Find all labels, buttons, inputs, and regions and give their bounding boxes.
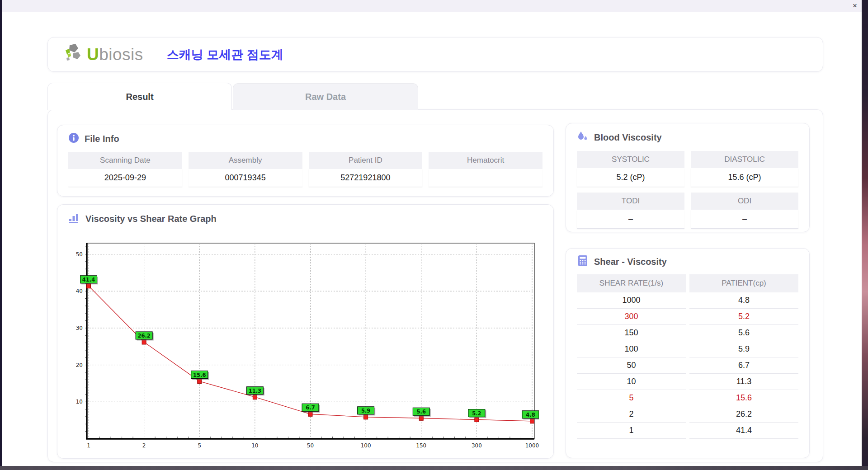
blood-viscosity-card: Blood Viscosity SYSTOLIC5.2 (cP)DIASTOLI…	[566, 123, 810, 232]
svg-text:6.7: 6.7	[306, 404, 315, 411]
bv-field: SYSTOLIC5.2 (cP)	[577, 151, 684, 187]
field-value: –	[691, 210, 798, 229]
cell-patient: 5.2	[689, 309, 798, 325]
svg-text:1: 1	[87, 442, 90, 449]
shear-viscosity-title: Shear - Viscosity	[594, 257, 667, 267]
svg-text:50: 50	[76, 251, 83, 258]
bv-field: ODI–	[691, 193, 798, 229]
cell-shear-rate: 5	[577, 390, 686, 406]
logo-text: Ubiosis	[87, 45, 143, 64]
cell-patient: 4.8	[689, 292, 798, 309]
graph-card: Viscosity vs Shear Rate Graph 1020304050…	[57, 204, 554, 459]
bv-group: SYSTOLIC5.2 (cP)DIASTOLIC15.6 (cP)	[577, 151, 798, 187]
blood-viscosity-title: Blood Viscosity	[594, 132, 662, 143]
cell-patient: 41.4	[689, 423, 798, 439]
column-shear-rate: SHEAR RATE(1/s)	[577, 274, 686, 292]
droplet-icon	[577, 131, 589, 145]
table-row: 506.7	[577, 357, 798, 374]
svg-text:15.6: 15.6	[193, 372, 206, 378]
file-info-fields: Scanning Date2025-09-29Assembly000719345…	[68, 152, 542, 187]
field-label: SYSTOLIC	[577, 151, 684, 168]
field-label: Hematocrit	[429, 152, 542, 169]
table-row: 10004.8	[577, 292, 798, 309]
field-value: 000719345	[189, 169, 302, 187]
svg-text:20: 20	[76, 362, 83, 368]
info-icon	[68, 132, 79, 146]
header-card: Ubiosis 스캐닝 모세관 점도계	[47, 37, 823, 72]
file-info-field: Assembly000719345	[189, 152, 302, 187]
cell-patient: 5.6	[689, 325, 798, 341]
svg-text:300: 300	[472, 442, 482, 449]
shear-table: SHEAR RATE(1/s) PATIENT(cp) 10004.83005.…	[577, 274, 798, 439]
bar-chart-icon	[68, 212, 80, 226]
table-row: 515.6	[577, 390, 798, 406]
svg-text:41.4: 41.4	[82, 277, 95, 283]
svg-text:4.8: 4.8	[526, 412, 535, 418]
window-bottom-border	[0, 466, 868, 470]
column-patient: PATIENT(cp)	[689, 274, 798, 292]
field-label: Assembly	[189, 152, 302, 169]
cell-shear-rate: 1000	[577, 292, 686, 309]
cell-shear-rate: 2	[577, 406, 686, 423]
svg-text:5.2: 5.2	[472, 410, 481, 417]
shear-viscosity-card: Shear - Viscosity SHEAR RATE(1/s) PATIEN…	[566, 248, 810, 458]
svg-text:150: 150	[416, 442, 426, 449]
calculator-icon	[577, 255, 589, 269]
tab-raw-data[interactable]: Raw Data	[233, 83, 418, 110]
bv-field: TODI–	[577, 193, 684, 229]
svg-text:1000: 1000	[525, 442, 539, 449]
field-value: –	[577, 210, 684, 229]
field-label: Scanning Date	[68, 152, 182, 169]
svg-text:10: 10	[76, 399, 83, 405]
table-row: 226.2	[577, 406, 798, 423]
cell-shear-rate: 300	[577, 309, 686, 325]
cell-shear-rate: 1	[577, 423, 686, 439]
shear-table-body: 10004.83005.21505.61005.9506.71011.3515.…	[577, 292, 798, 439]
bv-field: DIASTOLIC15.6 (cP)	[691, 151, 798, 187]
table-row: 1011.3	[577, 374, 798, 390]
cell-patient: 11.3	[689, 374, 798, 390]
cell-shear-rate: 50	[577, 357, 686, 374]
cell-shear-rate: 100	[577, 341, 686, 357]
svg-text:10: 10	[251, 442, 258, 449]
cell-patient: 5.9	[689, 341, 798, 357]
field-label: TODI	[577, 193, 684, 210]
app-window: × Ubiosis 스캐닝 모세관 점도계 Result Raw Data	[2, 0, 862, 466]
field-value: 15.6 (cP)	[691, 168, 798, 187]
file-info-title: File Info	[85, 134, 119, 144]
graph-title: Viscosity vs Shear Rate Graph	[85, 214, 217, 224]
svg-text:40: 40	[76, 288, 83, 294]
window-titlebar: ×	[2, 0, 862, 12]
close-button[interactable]: ×	[853, 1, 857, 11]
file-info-card: File Info Scanning Date2025-09-29Assembl…	[57, 125, 554, 197]
svg-text:30: 30	[76, 325, 83, 331]
field-label: DIASTOLIC	[691, 151, 798, 168]
svg-text:26.2: 26.2	[137, 333, 150, 339]
file-info-field: Scanning Date2025-09-29	[68, 152, 182, 187]
cell-patient: 6.7	[689, 357, 798, 374]
file-info-field: Patient ID52721921800	[309, 152, 423, 187]
svg-text:11.3: 11.3	[249, 388, 261, 394]
field-label: ODI	[691, 193, 798, 210]
svg-text:5.6: 5.6	[417, 409, 426, 415]
field-value: 5.2 (cP)	[577, 168, 684, 187]
svg-text:5.9: 5.9	[361, 408, 370, 414]
field-label: Patient ID	[309, 152, 423, 169]
field-value: 2025-09-29	[68, 169, 182, 187]
file-info-field: Hematocrit	[429, 152, 542, 187]
svg-text:50: 50	[307, 442, 314, 449]
desktop-wallpaper-edge	[862, 0, 868, 470]
cell-patient: 15.6	[689, 390, 798, 406]
bv-group: TODI–ODI–	[577, 193, 798, 229]
cell-patient: 26.2	[689, 406, 798, 423]
tab-result[interactable]: Result	[47, 83, 232, 110]
field-value	[429, 169, 542, 187]
cell-shear-rate: 150	[577, 325, 686, 341]
table-row: 3005.2	[577, 309, 798, 325]
table-row: 141.4	[577, 423, 798, 439]
logo-mark-icon	[63, 44, 84, 66]
logo-letters-rest: biosis	[99, 45, 143, 64]
app-title: 스캐닝 모세관 점도계	[167, 47, 283, 63]
svg-text:100: 100	[361, 442, 371, 449]
svg-text:5: 5	[198, 442, 201, 449]
